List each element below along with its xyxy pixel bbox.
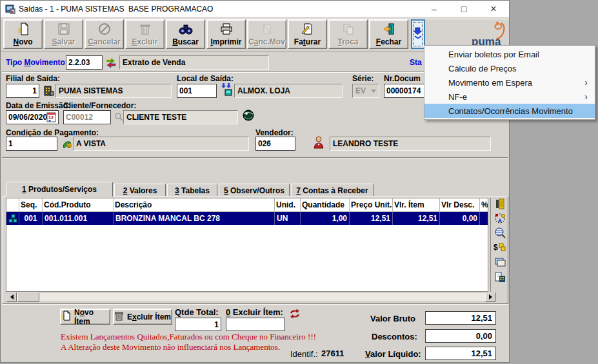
side-select-special-icon[interactable] bbox=[493, 212, 506, 225]
trash-icon bbox=[114, 311, 124, 323]
grid-header-vlr-desc: Vlr Desc. bbox=[440, 198, 480, 212]
cancelar-button: Cancelar bbox=[85, 19, 124, 49]
close-button[interactable]: × bbox=[479, 1, 508, 17]
binoculars-icon bbox=[179, 21, 193, 37]
status-label: Sta bbox=[410, 58, 422, 67]
scroll-left-button[interactable] bbox=[6, 292, 17, 302]
vendedor-code-input[interactable]: 026 bbox=[255, 137, 295, 151]
warning-line2: A Alteração deste Movimento não influenc… bbox=[61, 342, 280, 352]
svg-text:12: 12 bbox=[48, 115, 54, 120]
zero-excluir-item-label: 0 Excluir Ítem: bbox=[226, 307, 283, 317]
menu-item-movimento-espera[interactable]: Movimento em Espera› bbox=[424, 75, 595, 90]
more-actions-dropdown-button[interactable] bbox=[411, 19, 425, 49]
refresh-icon[interactable] bbox=[288, 308, 301, 322]
chevron-down-icon bbox=[371, 90, 376, 93]
transfer-in-icon[interactable] bbox=[220, 82, 233, 101]
excluir-item-input[interactable] bbox=[226, 318, 285, 331]
grid-header-percent: % bbox=[480, 198, 488, 212]
cell-cod-produto: 001.011.001 bbox=[43, 212, 114, 225]
divider bbox=[2, 157, 508, 158]
calendar-icon[interactable]: 12 bbox=[46, 111, 57, 125]
local-code-input[interactable]: 001 bbox=[177, 84, 217, 98]
svg-text:E: E bbox=[11, 9, 14, 14]
warning-line1: Existem Lançamentos Quitados,Faturados o… bbox=[61, 332, 316, 342]
exit-door-icon bbox=[382, 21, 396, 37]
magnifier-small-icon[interactable] bbox=[114, 112, 123, 124]
cell-vlr-desc: 0,00 bbox=[440, 212, 480, 225]
pagamento-code-input[interactable]: 1 bbox=[6, 137, 57, 151]
minimize-button[interactable]: – bbox=[420, 1, 448, 17]
qtde-total-input[interactable]: 1 bbox=[175, 318, 221, 331]
descontos-value: 0,00 bbox=[425, 329, 496, 343]
row-indicator-icon bbox=[6, 212, 19, 225]
menu-item-contatos-ocorrencias[interactable]: Contatos/Ocorrências Movimento bbox=[424, 104, 595, 118]
globe-icon[interactable] bbox=[242, 109, 255, 124]
side-search-globe-icon[interactable] bbox=[493, 226, 506, 239]
filial-code-input[interactable]: 1 bbox=[6, 84, 39, 98]
grid-header-seq: Seq. bbox=[19, 198, 43, 212]
valor-bruto-value: 12,51 bbox=[425, 311, 496, 325]
cell-seq: 001 bbox=[19, 212, 43, 225]
menu-item-nfe[interactable]: NF-e› bbox=[424, 90, 595, 104]
tipo-movimento-label: Tipo Movimento: bbox=[6, 58, 68, 67]
tab-produtos-servicos[interactable]: 1 Produtos/Serviços bbox=[6, 182, 113, 196]
menu-item-calculo-precos[interactable]: Cálculo de Preços bbox=[424, 61, 595, 75]
cliente-code-input[interactable]: C00012 bbox=[63, 110, 111, 124]
tab-valores[interactable]: 2 Valores bbox=[114, 184, 166, 196]
side-price-cubes-icon[interactable]: $ bbox=[493, 241, 506, 254]
double-down-arrow-icon bbox=[414, 27, 423, 41]
new-document-icon bbox=[61, 311, 71, 323]
save-icon bbox=[57, 21, 71, 37]
serie-combobox: EV bbox=[352, 84, 379, 98]
tab-observ-outros[interactable]: 5 Observ/Outros bbox=[219, 184, 290, 196]
salvar-button: Salvar bbox=[44, 19, 83, 49]
window-title: Saídas - 1 - PUMA SISTEMAS BASE PROGRAMA… bbox=[19, 5, 213, 14]
items-grid: Seq. Cód.Produto Descrição Unid. Quantid… bbox=[6, 198, 488, 292]
exchange-icon bbox=[341, 21, 355, 37]
building-icon[interactable] bbox=[43, 85, 54, 99]
title-bar[interactable]: E Saídas - 1 - PUMA SISTEMAS BASE PROGRA… bbox=[1, 1, 509, 17]
local-label: Local de Saída: bbox=[177, 74, 234, 83]
scroll-thumb[interactable] bbox=[17, 292, 39, 302]
person-icon[interactable] bbox=[313, 135, 324, 152]
faturar-button[interactable]: Faturar bbox=[288, 19, 327, 49]
cancmov-button: Canc.Mov bbox=[247, 19, 286, 49]
fechar-button[interactable]: Fechar bbox=[369, 19, 408, 49]
cell-quantidade: 1,00 bbox=[301, 212, 350, 225]
grid-selected-row[interactable]: 001 001.011.001 BRONZINA MANCAL BC 278 U… bbox=[6, 212, 488, 225]
grid-hscrollbar[interactable] bbox=[6, 292, 496, 302]
valor-liquido-value: 12,51 bbox=[425, 347, 496, 360]
side-exit-panel-icon[interactable] bbox=[493, 197, 506, 210]
payment-hand-icon[interactable]: $ bbox=[61, 137, 73, 153]
side-copy-windows-icon[interactable] bbox=[493, 256, 506, 269]
emissao-date-input[interactable]: 09/06/2020 12 bbox=[6, 110, 59, 124]
grid-header-preco-unit: Preço Unit. bbox=[350, 198, 393, 212]
nrdoc-input[interactable]: 00000174 bbox=[384, 84, 426, 98]
qtde-total-label: Qtde Total: bbox=[175, 307, 219, 317]
excluir-item-button[interactable]: Excluir Ítem bbox=[113, 309, 172, 325]
nrdoc-label: Nr.Docum bbox=[384, 74, 421, 83]
emissao-label: Data de Emissão: bbox=[6, 101, 70, 110]
movement-swap-icon[interactable] bbox=[105, 57, 117, 71]
side-calculator-icon[interactable] bbox=[493, 271, 506, 283]
menu-item-enviar-boletos[interactable]: Enviar boletos por Email bbox=[424, 47, 595, 61]
novo-button[interactable]: Novo bbox=[3, 19, 43, 49]
tipo-movimento-input[interactable]: 2.2.03 bbox=[66, 55, 103, 70]
app-icon[interactable]: E bbox=[5, 4, 15, 17]
tab-tabelas[interactable]: 3 Tabelas bbox=[167, 184, 217, 196]
local-descricao: ALMOX. LOJA bbox=[234, 84, 343, 98]
imprimir-button[interactable]: Imprimir bbox=[206, 19, 246, 49]
buscar-button[interactable]: Buscar bbox=[166, 19, 205, 49]
novo-item-button[interactable]: Novo Ítem bbox=[60, 309, 110, 325]
vendedor-descricao: LEANDRO TESTE bbox=[330, 137, 491, 151]
cliente-descricao: CLIENTE TESTE bbox=[123, 110, 238, 124]
divider bbox=[490, 198, 491, 292]
maximize-button[interactable]: □ bbox=[450, 1, 478, 17]
cancel-icon bbox=[97, 21, 112, 37]
scroll-right-button[interactable] bbox=[485, 292, 495, 302]
tab-contas-receber[interactable]: 7 Contas à Receber bbox=[291, 184, 374, 196]
trash-icon bbox=[138, 21, 152, 37]
cell-descricao: BRONZINA MANCAL BC 278 bbox=[114, 212, 275, 225]
identif-value: 27611 bbox=[321, 349, 344, 358]
serie-label: Série: bbox=[352, 74, 374, 83]
